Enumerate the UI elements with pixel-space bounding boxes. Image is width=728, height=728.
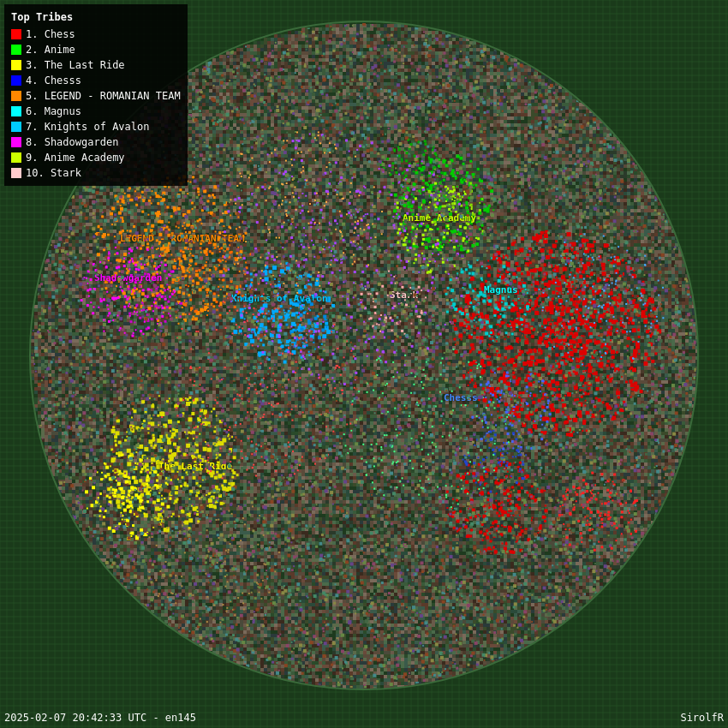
legend-name-9: 9. Anime Academy [26,150,125,165]
legend-color-5 [11,91,21,101]
legend-color-1 [11,29,21,39]
legend-item-7: 7. Knights of Avalon [11,119,181,134]
legend-name-4: 4. Chesss [26,73,81,88]
legend-color-10 [11,168,21,178]
legend-header: Top Tribes [11,9,181,25]
legend-color-8 [11,137,21,147]
legend-color-7 [11,122,21,132]
legend-name-7: 7. Knights of Avalon [26,119,150,134]
legend-color-2 [11,45,21,55]
map-container: Top Tribes1. Chess2. Anime3. The Last Ri… [0,0,728,728]
legend-item-10: 10. Stark [11,165,181,181]
timestamp-label: 2025-02-07 20:42:33 UTC - en145 [4,712,196,724]
legend-name-2: 2. Anime [26,42,75,57]
legend-item-5: 5. LEGEND - ROMANIAN TEAM [11,88,181,104]
legend-item-1: 1. Chess [11,27,181,42]
legend: Top Tribes1. Chess2. Anime3. The Last Ri… [4,4,188,186]
legend-item-8: 8. Shadowgarden [11,134,181,150]
legend-item-2: 2. Anime [11,42,181,57]
legend-item-9: 9. Anime Academy [11,150,181,165]
legend-item-3: 3. The Last Ride [11,57,181,73]
legend-name-8: 8. Shadowgarden [26,134,118,150]
legend-color-3 [11,60,21,70]
legend-color-9 [11,152,21,163]
legend-color-4 [11,75,21,86]
legend-name-10: 10. Stark [26,165,81,181]
author-label: SirolfR [680,712,724,724]
legend-name-1: 1. Chess [26,27,75,42]
legend-name-3: 3. The Last Ride [26,57,125,73]
legend-color-6 [11,106,21,116]
legend-name-5: 5. LEGEND - ROMANIAN TEAM [26,88,181,104]
legend-item-4: 4. Chesss [11,73,181,88]
legend-name-6: 6. Magnus [26,104,81,119]
legend-item-6: 6. Magnus [11,104,181,119]
